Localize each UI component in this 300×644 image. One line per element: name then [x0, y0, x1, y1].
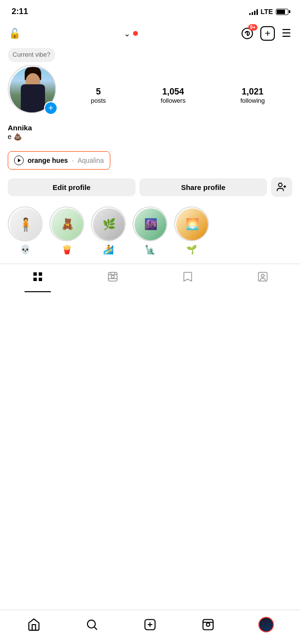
- highlight-emoji: 💀: [20, 244, 30, 255]
- tagged-icon: [257, 271, 269, 285]
- svg-point-16: [88, 620, 95, 628]
- menu-icon[interactable]: ☰: [282, 27, 291, 40]
- add-story-button[interactable]: +: [44, 101, 58, 115]
- highlight-emoji: 🍟: [61, 244, 72, 255]
- highlight-image: 🧍: [10, 208, 42, 240]
- dropdown-arrow-icon: ⌄: [124, 29, 130, 38]
- threads-badge: 9+: [248, 24, 257, 31]
- add-post-button[interactable]: +: [260, 26, 275, 41]
- nav-reels-button[interactable]: [196, 615, 220, 634]
- highlight-ring: 🌅: [174, 206, 209, 241]
- grid-icon: [32, 271, 44, 285]
- bottom-nav: [0, 610, 300, 644]
- highlight-image: 🌆: [135, 208, 166, 240]
- signal-bars-icon: [249, 8, 258, 15]
- music-divider: ·: [72, 157, 74, 164]
- highlight-emoji: 🗽: [145, 244, 155, 255]
- home-icon: [27, 618, 41, 631]
- search-icon: [85, 618, 99, 631]
- add-friend-button[interactable]: [271, 177, 292, 197]
- highlights-section: 🧍 💀 🧸 🍟 🌿 🏄: [0, 202, 300, 262]
- music-artist: Aqualina: [77, 157, 104, 164]
- avatar-container: Current vibe? +: [8, 65, 59, 116]
- svg-point-9: [111, 275, 114, 278]
- following-count: 1,021: [240, 87, 265, 97]
- share-profile-button[interactable]: Share profile: [139, 178, 267, 196]
- bookmark-icon: [182, 271, 194, 285]
- svg-rect-8: [108, 272, 117, 281]
- content-tab-bar: [0, 264, 300, 292]
- music-banner[interactable]: orange hues · Aqualina: [8, 151, 110, 170]
- nav-add-button[interactable]: [138, 615, 162, 634]
- svg-point-15: [261, 274, 264, 277]
- tab-grid[interactable]: [0, 264, 75, 292]
- tab-saved[interactable]: [150, 264, 225, 292]
- posts-label: posts: [91, 97, 106, 104]
- live-dot-indicator: [133, 31, 138, 36]
- svg-line-17: [94, 627, 97, 629]
- status-icons: LTE: [249, 8, 288, 16]
- highlight-ring: 🌿: [91, 206, 126, 241]
- play-icon: [14, 156, 24, 165]
- highlight-item[interactable]: 🧸 🍟: [49, 206, 84, 255]
- highlight-item[interactable]: 🧍 💀: [8, 206, 43, 255]
- nav-profile-button[interactable]: [254, 615, 278, 634]
- posts-count: 5: [91, 87, 106, 97]
- nav-right: 9+ + ☰: [241, 26, 291, 41]
- tab-reels[interactable]: [75, 264, 150, 292]
- battery-icon: [276, 9, 288, 15]
- edit-profile-button[interactable]: Edit profile: [8, 178, 135, 196]
- bio-text: e 💩: [8, 133, 292, 141]
- bio-section: Annika e 💩: [0, 122, 300, 148]
- bottom-spacer: [0, 292, 300, 331]
- svg-rect-4: [33, 272, 37, 276]
- svg-rect-6: [33, 278, 37, 281]
- nav-left: 🔓: [9, 28, 21, 39]
- threads-button[interactable]: 9+: [241, 27, 254, 40]
- followers-count: 1,054: [161, 87, 185, 97]
- highlight-emoji: 🌱: [186, 244, 197, 255]
- highlight-ring: 🧍: [8, 206, 43, 241]
- add-icon: [143, 618, 157, 631]
- lock-icon: 🔓: [9, 28, 21, 39]
- posts-stat[interactable]: 5 posts: [91, 87, 106, 104]
- following-label: following: [240, 97, 265, 104]
- reels-nav-icon: [201, 618, 215, 631]
- svg-point-22: [207, 623, 210, 627]
- battery-fill: [277, 10, 285, 14]
- lte-label: LTE: [261, 8, 273, 16]
- nav-home-button[interactable]: [22, 615, 46, 634]
- highlight-image: 🧸: [51, 208, 83, 240]
- highlight-ring: 🌆: [133, 206, 167, 241]
- top-nav: 🔓 ⌄ 9+ + ☰: [0, 21, 300, 46]
- status-bar: 2:11 LTE: [0, 0, 300, 21]
- add-friend-icon: [276, 182, 287, 192]
- svg-rect-14: [258, 272, 267, 281]
- profile-header-section: Current vibe? + 5 posts: [0, 60, 300, 292]
- followers-stat[interactable]: 1,054 followers: [161, 87, 185, 104]
- reels-icon: [107, 271, 119, 285]
- profile-stats: 5 posts 1,054 followers 1,021 following: [63, 77, 292, 104]
- highlight-ring: 🧸: [49, 206, 84, 241]
- nav-profile-avatar: [258, 617, 274, 632]
- highlight-item[interactable]: 🌅 🌱: [174, 206, 209, 255]
- highlight-emoji: 🏄: [103, 244, 114, 255]
- highlight-item[interactable]: 🌿 🏄: [91, 206, 126, 255]
- nav-search-button[interactable]: [80, 615, 104, 634]
- current-vibe-bubble: Current vibe?: [8, 48, 55, 62]
- highlight-item[interactable]: 🌆 🗽: [133, 206, 167, 255]
- nav-center[interactable]: ⌄: [124, 29, 138, 38]
- followers-label: followers: [161, 97, 185, 104]
- status-time: 2:11: [12, 7, 28, 16]
- tab-tagged[interactable]: [225, 264, 300, 292]
- svg-point-1: [279, 183, 282, 187]
- action-buttons: Edit profile Share profile: [0, 173, 300, 202]
- svg-rect-21: [203, 620, 213, 630]
- music-title: orange hues: [28, 157, 68, 164]
- svg-rect-7: [39, 278, 42, 281]
- username: Annika: [8, 124, 292, 132]
- highlight-image: 🌿: [93, 208, 125, 240]
- svg-rect-5: [39, 272, 42, 276]
- following-stat[interactable]: 1,021 following: [240, 87, 265, 104]
- highlight-image: 🌅: [176, 208, 208, 240]
